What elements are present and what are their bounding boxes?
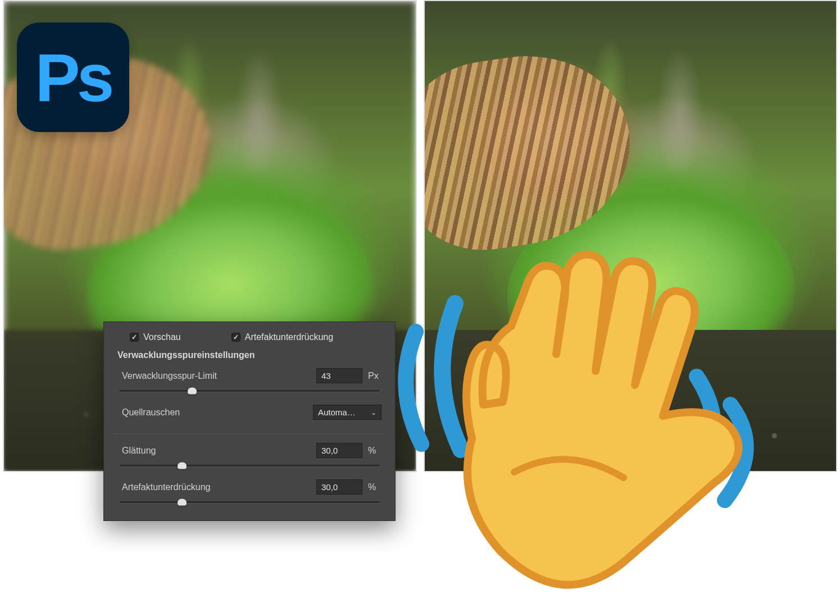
artifact-suppression-checkbox[interactable] (231, 333, 240, 342)
artifact-suppression-slider[interactable] (120, 501, 379, 504)
artifact-suppression-unit: % (368, 482, 382, 492)
preview-checkbox[interactable] (130, 333, 139, 342)
smoothing-unit: % (368, 446, 382, 456)
artifact-suppression-input[interactable] (316, 479, 362, 495)
blur-trace-slider-thumb[interactable] (188, 387, 197, 394)
after-image (424, 0, 838, 472)
smoothing-label: Glättung (122, 446, 156, 456)
blur-trace-input[interactable] (316, 368, 362, 383)
shake-reduction-panel: Vorschau Artefaktunterdrückung Verwacklu… (103, 321, 396, 521)
smoothing-slider-thumb[interactable] (178, 462, 187, 469)
blur-trace-slider[interactable] (120, 390, 379, 392)
source-noise-selected: Automa… (318, 407, 356, 417)
artifact-suppression-checkbox-label: Artefaktunterdrückung (245, 332, 333, 342)
source-noise-dropdown[interactable]: Automa… ⌄ (313, 405, 382, 420)
source-noise-param: Quellrauschen Automa… ⌄ (114, 405, 385, 430)
chevron-down-icon: ⌄ (371, 409, 376, 416)
artifact-suppression-slider-thumb[interactable] (178, 499, 187, 505)
smoothing-input[interactable] (316, 443, 362, 458)
preview-label: Vorschau (143, 332, 181, 342)
section-title: Verwacklungsspureinstellungen (114, 348, 385, 368)
blur-trace-param: Verwacklungsspur-Limit Px (114, 368, 385, 405)
divider (114, 433, 385, 434)
artifact-suppression-param: Artefaktunterdrückung % (114, 479, 385, 516)
photoshop-logo: Ps (17, 22, 129, 132)
blur-trace-unit: Px (368, 371, 382, 381)
smoothing-slider[interactable] (120, 465, 379, 467)
artifact-suppression-label: Artefaktunterdrückung (122, 482, 210, 492)
blur-trace-label: Verwacklungsspur-Limit (122, 371, 217, 381)
smoothing-param: Glättung % (114, 443, 385, 479)
source-noise-label: Quellrauschen (122, 407, 180, 418)
top-checkbox-row: Vorschau Artefaktunterdrückung (114, 330, 385, 348)
photoshop-logo-text: Ps (35, 39, 111, 116)
